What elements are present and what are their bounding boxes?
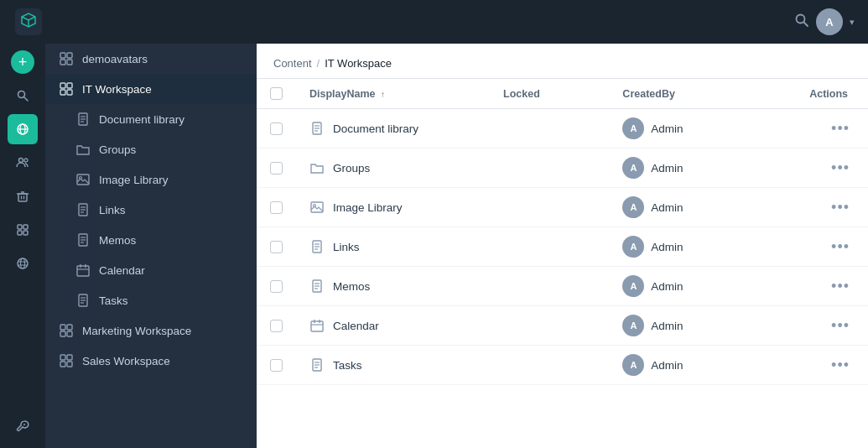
- row-checkbox[interactable]: [270, 201, 283, 214]
- row-name-cell: Document library: [296, 109, 490, 148]
- row-createdby-cell: A Admin: [609, 109, 787, 148]
- sidebar-item-groups[interactable]: Groups: [45, 134, 257, 164]
- row-actions-button[interactable]: •••: [826, 276, 855, 297]
- add-button[interactable]: +: [11, 50, 34, 74]
- row-actions-button[interactable]: •••: [826, 197, 855, 218]
- row-check-cell: [257, 306, 296, 346]
- doc-icon: [75, 112, 91, 127]
- sidebar-item-demoavatars[interactable]: demoavatars: [45, 44, 257, 74]
- doc-icon: [75, 202, 91, 217]
- row-checkbox[interactable]: [270, 122, 283, 135]
- icon-bar: +: [0, 44, 45, 448]
- sidebar-item-label: Memos: [99, 234, 136, 247]
- svg-line-5: [24, 97, 28, 101]
- sidebar-item-document-library[interactable]: Document library: [45, 104, 257, 134]
- table-row[interactable]: Tasks A Admin •••: [257, 346, 868, 385]
- sort-arrow-icon: ↑: [381, 90, 385, 99]
- search-nav-icon[interactable]: [8, 81, 38, 111]
- svg-point-22: [23, 424, 25, 425]
- table-row[interactable]: Groups A Admin •••: [257, 148, 868, 188]
- select-all-checkbox[interactable]: [270, 87, 283, 100]
- table-row[interactable]: Image Library A Admin •••: [257, 188, 868, 227]
- row-createdby-cell: A Admin: [609, 227, 787, 267]
- row-check-cell: [257, 267, 296, 306]
- chevron-down-icon[interactable]: ▾: [850, 17, 855, 28]
- svg-rect-45: [77, 266, 89, 276]
- row-checkbox[interactable]: [270, 241, 283, 253]
- sidebar-item-label: Calendar: [99, 264, 145, 277]
- sidebar-item-image-library[interactable]: Image Library: [45, 164, 257, 195]
- user-avatar[interactable]: A: [816, 8, 843, 35]
- image-icon: [75, 172, 91, 187]
- row-check-cell: [257, 109, 296, 148]
- svg-rect-28: [67, 83, 72, 88]
- row-checkbox[interactable]: [270, 280, 283, 293]
- row-checkbox[interactable]: [270, 320, 283, 332]
- row-actions-button[interactable]: •••: [826, 315, 855, 336]
- sidebar: demoavatars IT Workspace: [45, 44, 257, 448]
- sidebar-item-links[interactable]: Links: [45, 195, 257, 225]
- avatar: A: [622, 315, 644, 336]
- row-actions-button[interactable]: •••: [826, 237, 855, 258]
- breadcrumb-content[interactable]: Content: [273, 57, 312, 70]
- row-name: Tasks: [333, 359, 362, 372]
- sidebar-item-tasks[interactable]: Tasks: [45, 285, 257, 315]
- search-button[interactable]: [794, 13, 809, 32]
- globe-nav-icon[interactable]: [8, 114, 38, 144]
- svg-rect-11: [18, 194, 27, 201]
- svg-rect-19: [23, 231, 28, 235]
- calendar-icon: [75, 263, 91, 278]
- avatar: A: [622, 275, 644, 297]
- sidebar-item-memos[interactable]: Memos: [45, 225, 257, 255]
- row-actions-button[interactable]: •••: [826, 158, 855, 179]
- svg-rect-55: [60, 331, 65, 336]
- created-by-name: Admin: [651, 122, 683, 135]
- users-nav-icon[interactable]: [8, 148, 38, 178]
- sidebar-item-label: Marketing Workspace: [82, 325, 191, 337]
- row-check-cell: [257, 227, 296, 267]
- row-checkbox[interactable]: [270, 359, 283, 372]
- svg-rect-17: [23, 225, 28, 229]
- row-name-cell: Tasks: [296, 346, 490, 385]
- row-locked-cell: [490, 148, 609, 188]
- svg-rect-18: [18, 231, 22, 235]
- row-actions-button[interactable]: •••: [826, 118, 855, 139]
- sidebar-item-label: Document library: [99, 113, 185, 126]
- col-displayname-header[interactable]: DisplayName ↑: [296, 79, 490, 109]
- content-main: Content / IT Workspace DisplayName: [257, 44, 868, 448]
- avatar: A: [622, 196, 644, 218]
- sidebar-item-sales-workspace[interactable]: Sales Workspace: [45, 346, 257, 376]
- table-row[interactable]: Document library A Admin •••: [257, 109, 868, 148]
- row-locked-cell: [490, 227, 609, 267]
- folder-icon: [75, 142, 91, 157]
- svg-rect-60: [67, 362, 72, 367]
- globe2-nav-icon[interactable]: [8, 248, 38, 279]
- row-locked-cell: [490, 346, 609, 385]
- tools-nav-icon[interactable]: [8, 411, 38, 441]
- table-row[interactable]: Links A Admin •••: [257, 227, 868, 267]
- svg-point-10: [24, 159, 28, 162]
- doc-icon: [75, 232, 91, 247]
- sidebar-item-label: Sales Workspace: [82, 355, 170, 367]
- row-actions-button[interactable]: •••: [826, 355, 855, 376]
- sidebar-item-calendar[interactable]: Calendar: [45, 255, 257, 285]
- doc-icon: [75, 293, 91, 308]
- breadcrumb-separator: /: [317, 57, 320, 70]
- sidebar-item-marketing-workspace[interactable]: Marketing Workspace: [45, 315, 257, 346]
- table-row[interactable]: Memos A Admin •••: [257, 267, 868, 306]
- col-check-header: [257, 79, 296, 109]
- row-checkbox[interactable]: [270, 162, 283, 175]
- svg-rect-75: [311, 321, 323, 331]
- row-locked-cell: [490, 306, 609, 346]
- puzzle-nav-icon[interactable]: [8, 215, 38, 245]
- sidebar-item-it-workspace[interactable]: IT Workspace: [45, 74, 257, 104]
- row-name-cell: Calendar: [296, 306, 490, 346]
- svg-rect-57: [60, 355, 65, 360]
- sidebar-item-label: demoavatars: [82, 53, 148, 65]
- trash-nav-icon[interactable]: [8, 181, 38, 211]
- doc-icon: [309, 279, 325, 294]
- workspace-table: DisplayName ↑ Locked CreatedBy Actions: [257, 79, 868, 385]
- table-row[interactable]: Calendar A Admin •••: [257, 306, 868, 346]
- row-check-cell: [257, 188, 296, 227]
- svg-rect-65: [311, 202, 323, 212]
